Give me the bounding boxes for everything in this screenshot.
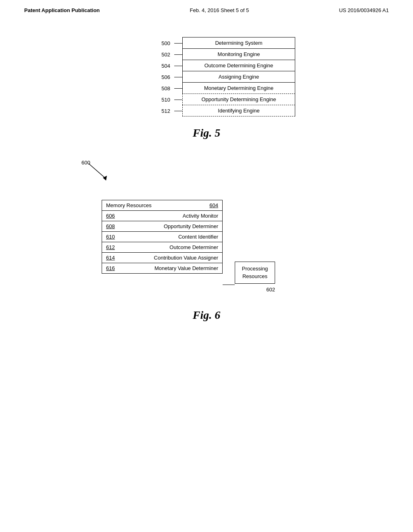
- fig6-row-text: Contribution Value Assigner: [122, 255, 218, 261]
- fig6-section: 600 Memory Resources 604 606Activity Mon: [24, 160, 389, 322]
- fig5-box: Outcome Determining Engine: [182, 60, 295, 71]
- fig5-row: 504Outcome Determining Engine: [150, 60, 319, 71]
- svg-line-0: [89, 164, 105, 178]
- fig6-data-rows: 606Activity Monitor608Opportunity Determ…: [102, 211, 222, 273]
- fig5-row-label: 504: [150, 63, 170, 69]
- fig5-connector: [174, 54, 182, 55]
- fig6-memory-label: Memory Resources: [106, 202, 152, 208]
- fig6-diagram: 600 Memory Resources 604 606Activity Mon: [69, 160, 332, 293]
- fig6-data-row: 606Activity Monitor: [102, 211, 222, 221]
- fig5-box: Opportunity Determining Engine: [182, 94, 295, 105]
- fig6-processing-label: ProcessingResources: [242, 266, 268, 279]
- fig5-connector: [174, 100, 182, 100]
- fig5-row-label: 502: [150, 52, 170, 58]
- fig5-row: 502Monitoring Engine: [150, 49, 319, 60]
- fig5-connector: [174, 43, 182, 44]
- fig6-row-number: 616: [106, 265, 118, 271]
- fig5-row: 510Opportunity Determining Engine: [150, 94, 319, 105]
- header-left: Patent Application Publication: [24, 7, 100, 13]
- fig6-row-number: 612: [106, 244, 118, 250]
- fig5-section: 500Determining System502Monitoring Engin…: [24, 37, 389, 139]
- fig6-row-text: Monetary Value Determiner: [122, 265, 218, 271]
- fig5-box: Assigning Engine: [182, 71, 295, 83]
- fig5-row: 506Assigning Engine: [150, 71, 319, 83]
- fig5-row-label: 512: [150, 108, 170, 114]
- fig5-row: 508Monetary Determining Engine: [150, 83, 319, 94]
- fig5-box: Identifying Engine: [182, 105, 295, 116]
- fig6-604-label: 604: [209, 202, 218, 208]
- fig6-processing-area: ProcessingResources 602: [223, 200, 275, 293]
- fig6-caption: Fig. 6: [193, 309, 220, 322]
- fig5-box: Determining System: [182, 37, 295, 49]
- fig5-row: 512Identifying Engine: [150, 105, 319, 116]
- header-right: US 2016/0034926 A1: [339, 7, 389, 13]
- fig5-row-label: 508: [150, 85, 170, 91]
- fig5-caption: Fig. 5: [193, 127, 220, 139]
- fig6-memory-box: Memory Resources 604 606Activity Monitor…: [102, 200, 223, 274]
- header-center: Feb. 4, 2016 Sheet 5 of 5: [190, 7, 249, 13]
- patent-header: Patent Application Publication Feb. 4, 2…: [0, 0, 413, 17]
- fig5-row: 500Determining System: [150, 37, 319, 49]
- fig6-arrow-svg: [81, 160, 129, 182]
- fig6-connector-line: [223, 285, 235, 285]
- fig6-row-text: Opportunity Determiner: [122, 223, 218, 229]
- fig5-connector: [174, 66, 182, 66]
- fig5-row-label: 500: [150, 40, 170, 46]
- fig5-diagram: 500Determining System502Monitoring Engin…: [118, 37, 319, 116]
- fig6-row-number: 608: [106, 223, 118, 229]
- fig5-box: Monitoring Engine: [182, 48, 295, 60]
- fig6-processing-box: ProcessingResources: [235, 262, 275, 283]
- fig6-row-number: 610: [106, 234, 118, 240]
- fig6-602-label: 602: [223, 287, 275, 293]
- fig5-connector: [174, 88, 182, 89]
- fig6-data-row: 610Content Identifier: [102, 232, 222, 242]
- fig5-row-label: 506: [150, 74, 170, 80]
- fig6-header-row: Memory Resources 604: [102, 200, 222, 211]
- fig6-data-row: 614Contribution Value Assigner: [102, 253, 222, 263]
- fig6-data-row: 608Opportunity Determiner: [102, 221, 222, 232]
- fig6-row-text: Outcome Determiner: [122, 244, 218, 250]
- fig6-main: Memory Resources 604 606Activity Monitor…: [102, 200, 332, 293]
- fig5-connector: [174, 111, 182, 111]
- fig6-data-row: 616Monetary Value Determiner: [102, 263, 222, 273]
- fig6-row-number: 614: [106, 255, 118, 261]
- fig5-box: Monetary Determining Engine: [182, 82, 295, 94]
- fig6-row-text: Content Identifier: [122, 234, 218, 240]
- fig6-data-row: 612Outcome Determiner: [102, 242, 222, 253]
- fig6-row-number: 606: [106, 213, 118, 219]
- page-content: 500Determining System502Monitoring Engin…: [0, 17, 413, 330]
- fig6-row-text: Activity Monitor: [122, 213, 218, 219]
- fig5-row-label: 510: [150, 97, 170, 103]
- fig5-rows: 500Determining System502Monitoring Engin…: [150, 37, 319, 116]
- fig5-connector: [174, 77, 182, 77]
